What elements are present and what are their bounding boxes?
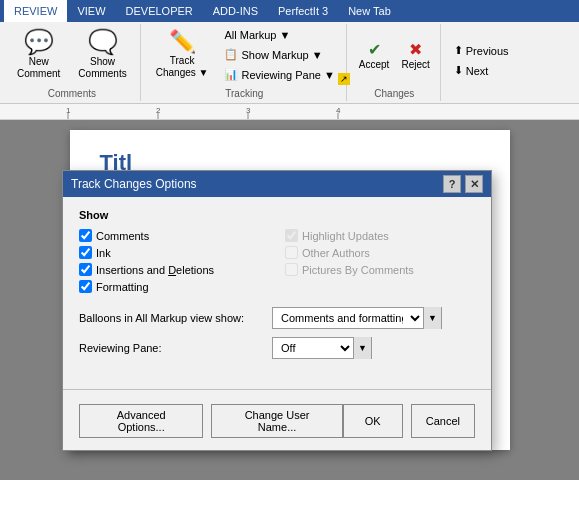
dialog-title: Track Changes Options <box>71 177 197 191</box>
cancel-button[interactable]: Cancel <box>411 404 475 438</box>
checkbox-highlight-input <box>285 229 298 242</box>
dialog-buttons-left: Advanced Options... Change User Name... <box>79 404 343 438</box>
checkbox-ink: Ink <box>79 246 269 259</box>
checkbox-pictures-input <box>285 263 298 276</box>
checkbox-pictures-label: Pictures By Comments <box>302 264 414 276</box>
change-user-name-button[interactable]: Change User Name... <box>211 404 342 438</box>
dialog-help-button[interactable]: ? <box>443 175 461 193</box>
checkbox-pictures: Pictures By Comments <box>285 263 475 276</box>
checkbox-ink-label: Ink <box>96 247 111 259</box>
balloons-row: Balloons in All Markup view show: Commen… <box>79 307 475 329</box>
dialog-buttons-row: Advanced Options... Change User Name... … <box>63 400 491 450</box>
modal-overlay: Track Changes Options ? ✕ Show Comments … <box>0 0 579 513</box>
checkbox-other-authors-label: Other Authors <box>302 247 370 259</box>
checkbox-insertions-input[interactable] <box>79 263 92 276</box>
show-section-label: Show <box>79 209 475 221</box>
checkbox-highlight-label: Highlight Updates <box>302 230 389 242</box>
dialog-buttons-right: OK Cancel <box>343 404 475 438</box>
checkbox-comments: Comments <box>79 229 269 242</box>
checkbox-ink-input[interactable] <box>79 246 92 259</box>
checkbox-comments-label: Comments <box>96 230 149 242</box>
checkboxes-grid: Comments Highlight Updates Ink Other Aut… <box>79 229 475 293</box>
checkbox-other-authors-input <box>285 246 298 259</box>
reviewing-pane-select[interactable]: Off Vertical Horizontal <box>273 341 353 355</box>
reviewing-pane-form-label: Reviewing Pane: <box>79 342 264 354</box>
ok-button[interactable]: OK <box>343 404 403 438</box>
checkbox-formatting-input[interactable] <box>79 280 92 293</box>
balloons-select[interactable]: Comments and formatting All revisions in… <box>273 311 423 325</box>
reviewing-pane-dropdown-arrow[interactable]: ▼ <box>353 337 371 359</box>
dialog-titlebar: Track Changes Options ? ✕ <box>63 171 491 197</box>
dialog-divider <box>63 389 491 390</box>
dialog-body: Show Comments Highlight Updates Ink <box>63 197 491 379</box>
checkbox-insertions-label: Insertions and Deletions <box>96 264 214 276</box>
checkbox-insertions: Insertions and Deletions <box>79 263 269 276</box>
advanced-options-button[interactable]: Advanced Options... <box>79 404 203 438</box>
reviewing-pane-row: Reviewing Pane: Off Vertical Horizontal … <box>79 337 475 359</box>
checkbox-other-authors: Other Authors <box>285 246 475 259</box>
checkbox-formatting: Formatting <box>79 280 269 293</box>
track-changes-options-dialog: Track Changes Options ? ✕ Show Comments … <box>62 170 492 451</box>
checkbox-comments-input[interactable] <box>79 229 92 242</box>
balloons-dropdown[interactable]: Comments and formatting All revisions in… <box>272 307 442 329</box>
checkbox-highlight-updates: Highlight Updates <box>285 229 475 242</box>
balloons-label: Balloons in All Markup view show: <box>79 312 264 324</box>
dialog-title-buttons: ? ✕ <box>443 175 483 193</box>
checkbox-formatting-label: Formatting <box>96 281 149 293</box>
reviewing-pane-dropdown[interactable]: Off Vertical Horizontal ▼ <box>272 337 372 359</box>
balloons-dropdown-arrow[interactable]: ▼ <box>423 307 441 329</box>
dialog-close-button[interactable]: ✕ <box>465 175 483 193</box>
